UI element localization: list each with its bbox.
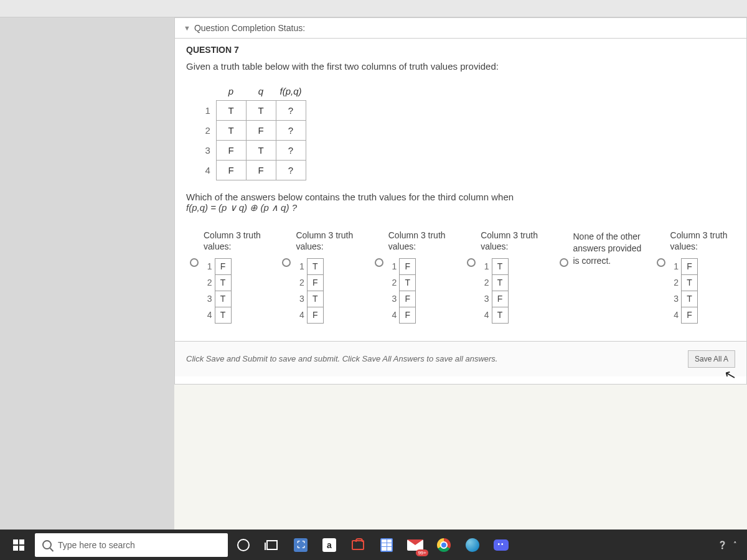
- chevron-down-icon: ▼: [184, 24, 190, 32]
- cortana-icon[interactable]: [230, 533, 256, 558]
- footer-bar: Click Save and Submit to save and submit…: [175, 341, 746, 376]
- footer-hint: Click Save and Submit to save and submit…: [186, 354, 497, 363]
- snip-icon[interactable]: [345, 533, 371, 558]
- radio-icon[interactable]: [560, 258, 568, 267]
- tray-chevron-up-icon[interactable]: ˄: [733, 541, 737, 549]
- browser-chrome-top: [0, 0, 747, 17]
- table-row: 4 F F ?: [200, 160, 306, 180]
- start-button[interactable]: [5, 533, 32, 558]
- option-heading: Column 3 truth values:: [204, 230, 268, 252]
- radio-icon[interactable]: [190, 258, 199, 267]
- sub-prompt: Which of the answers below contains the …: [186, 192, 735, 213]
- microsoft-store-icon[interactable]: ⛶: [288, 533, 314, 558]
- option-f-table: 1F 2T 3T 4F: [670, 258, 698, 324]
- options-row: Column 3 truth values: 1F 2T 3T 4T Colum…: [186, 230, 735, 324]
- discord-icon[interactable]: [488, 533, 514, 558]
- table-row: 2 T F ?: [200, 120, 306, 140]
- th-blank: [200, 83, 216, 100]
- radio-icon[interactable]: [467, 258, 476, 267]
- option-heading: Column 3 truth values:: [388, 230, 453, 252]
- status-label: Question Completion Status:: [194, 23, 305, 33]
- option-c-table: 1F 2T 3F 4F: [388, 258, 416, 324]
- task-view-icon[interactable]: [259, 533, 285, 558]
- th-q: q: [246, 83, 276, 100]
- content-area: ▼ Question Completion Status: QUESTION 7…: [174, 17, 747, 530]
- option-none[interactable]: None of the other answers provided is co…: [560, 230, 643, 268]
- calculator-icon[interactable]: [374, 533, 400, 558]
- option-f[interactable]: Column 3 truth values: 1F 2T 3T 4F: [657, 230, 735, 324]
- option-heading: Column 3 truth values:: [670, 230, 735, 252]
- radio-icon[interactable]: [375, 258, 383, 267]
- none-option-text: None of the other answers provided is co…: [573, 231, 643, 268]
- option-c[interactable]: Column 3 truth values: 1F 2T 3F 4F: [375, 230, 453, 324]
- question-prompt: Given a truth table below with the first…: [186, 61, 735, 72]
- globe-icon[interactable]: [459, 533, 486, 558]
- radio-icon[interactable]: [282, 258, 291, 267]
- th-fpq: f(p,q): [276, 83, 306, 100]
- option-heading: Column 3 truth values:: [481, 230, 545, 252]
- amazon-icon[interactable]: a: [316, 533, 342, 558]
- search-icon: [42, 540, 52, 549]
- option-a[interactable]: Column 3 truth values: 1F 2T 3T 4T: [190, 230, 268, 324]
- save-all-answers-button[interactable]: Save All A: [688, 350, 735, 368]
- option-d-table: 1T 2T 3F 4T: [481, 258, 509, 324]
- th-p: p: [216, 83, 246, 100]
- radio-icon[interactable]: [657, 258, 665, 267]
- taskbar-search[interactable]: Type here to search: [35, 533, 228, 557]
- option-b[interactable]: Column 3 truth values: 1T 2F 3T 4F: [282, 230, 360, 324]
- chrome-icon[interactable]: [431, 533, 457, 558]
- table-row: 1 T T ?: [200, 100, 306, 120]
- option-a-table: 1F 2T 3T 4T: [204, 258, 232, 324]
- windows-taskbar: Type here to search ⛶ a 99+ ❔ ˄: [0, 530, 747, 560]
- search-placeholder: Type here to search: [58, 540, 135, 550]
- question-panel: QUESTION 7 Given a truth table below wit…: [174, 39, 747, 385]
- option-heading: Column 3 truth values:: [296, 230, 360, 252]
- question-completion-status-bar[interactable]: ▼ Question Completion Status:: [174, 17, 747, 39]
- question-number: QUESTION 7: [175, 39, 746, 58]
- formula: f(p,q) = (p ∨ q) ⊕ (p ∧ q) ?: [186, 202, 297, 213]
- mail-icon[interactable]: 99+: [402, 533, 428, 558]
- option-d[interactable]: Column 3 truth values: 1T 2T 3F 4T: [467, 230, 545, 324]
- windows-logo-icon: [13, 539, 24, 551]
- question-body: Given a truth table below with the first…: [175, 58, 746, 324]
- system-tray[interactable]: ❔ ˄: [718, 541, 742, 549]
- truth-table: p q f(p,q) 1 T T ? 2 T F ? 3: [200, 83, 306, 180]
- table-row: 3 F T ?: [200, 140, 306, 160]
- tray-help-icon[interactable]: ❔: [718, 541, 727, 549]
- mail-badge: 99+: [416, 549, 428, 556]
- option-b-table: 1T 2F 3T 4F: [296, 258, 324, 324]
